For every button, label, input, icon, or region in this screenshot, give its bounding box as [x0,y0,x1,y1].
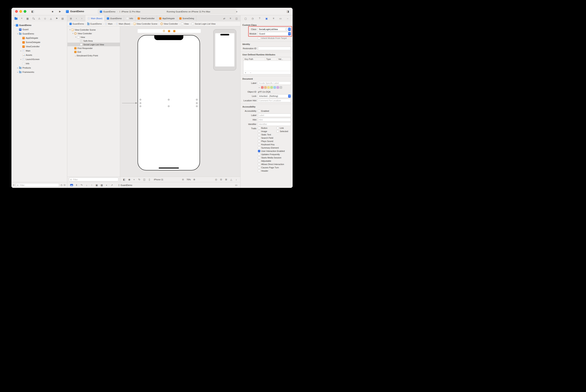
editor-grid-button[interactable]: ⊞ [69,16,73,20]
lock-popup[interactable]: Inherited - (Nothing) ▴▾ [258,94,291,98]
navigator-filter-input[interactable] [19,184,58,186]
trait-checkbox[interactable] [258,130,260,132]
trait-header[interactable]: Header [258,170,268,172]
trait-checkbox[interactable] [258,134,260,136]
recents-filter-button[interactable]: ◷ [61,184,62,186]
trait-search-field[interactable]: Search Field [258,137,273,139]
selection-handle[interactable] [140,106,141,107]
label-color-none-button[interactable]: × [258,86,260,89]
trait-updates-frequently[interactable]: Updates Frequently [258,153,280,156]
trait-checkbox[interactable] [277,127,279,129]
run-destination[interactable]: iPhone 11 Pro Max [122,10,140,13]
step-out-button[interactable]: ↑ [90,183,94,187]
navigator-item-info[interactable]: Info [12,62,67,66]
breadcrumb-item-view-controller[interactable]: View Controller [161,23,178,25]
class-input[interactable] [258,28,285,31]
step-over-button[interactable]: ↷ [80,183,84,187]
trait-checkbox[interactable] [258,160,260,162]
storyboard-entry-arrow[interactable] [122,102,137,104]
size-inspector-button[interactable]: ▭ [278,16,283,20]
add-editor-button[interactable]: ◫ [235,16,239,20]
trait-checkbox[interactable] [258,127,260,129]
update-frames-button[interactable]: ◎ [214,178,218,182]
trait-starts-media-session[interactable]: Starts Media Session [258,156,281,159]
trait-image[interactable]: Image [258,130,277,132]
localizer-hint-input[interactable] [258,99,291,102]
module-popup[interactable]: Guard ▴▾ [258,32,291,36]
connections-inspector-button[interactable]: → [285,16,290,20]
toggle-inspectors-icon[interactable]: ◨ [287,10,289,13]
class-dropdown-icon[interactable]: ▴▾ [288,28,291,31]
zoom-out-button[interactable]: ⊖ [181,178,185,182]
file-inspector-button[interactable]: ▢ [244,16,248,20]
navigator-item-guarddemo[interactable]: ▾GuardDemo [12,32,67,36]
device-preview-thumbnail[interactable] [213,29,236,70]
breadcrumb-item-guarddemo[interactable]: GuardDemo [69,23,84,25]
pause-button[interactable]: ‖ [75,183,79,187]
step-into-button[interactable]: ↓ [85,183,89,187]
show-debug-area-button[interactable]: ▭ [234,183,238,187]
trait-checkbox[interactable] [277,130,279,132]
editor-options-button[interactable]: ≡ [228,16,233,20]
navigator-item-scenedelegate[interactable]: SceneDelegate [12,40,67,44]
trait-checkbox[interactable] [258,143,260,146]
navigator-item-guard[interactable]: Guard [12,27,67,32]
exit-dock-icon[interactable]: ← [173,30,175,32]
back-button[interactable]: ‹ [74,16,79,20]
align-button[interactable]: ⊞ [224,178,228,182]
trait-checkbox[interactable] [258,150,260,152]
disclosure-icon[interactable]: ▸ [20,58,22,60]
label-color-swatch[interactable] [264,86,267,89]
accessibility-hint-input[interactable] [258,118,291,122]
navigator-item-products[interactable]: ▸Products [12,66,67,70]
runtime-attributes-body[interactable] [243,61,291,71]
trait-checkbox[interactable] [258,166,260,169]
close-window-button[interactable] [15,10,18,13]
scm-status-filter-button[interactable]: ⊡ [64,184,66,186]
editor-swap-button[interactable]: ⇄ [222,16,226,20]
outline-item-first-responder[interactable]: First Responder [68,46,120,50]
attr-column-val[interactable]: Val... [277,58,291,60]
outline-item-view[interactable]: ▾View [68,35,120,39]
outline-item-view-controller[interactable]: ▾View Controller [68,32,120,35]
selection-handle[interactable] [140,99,141,100]
navigator-item-appdelegate[interactable]: AppDelegate [12,36,67,40]
issue-navigator-button[interactable]: ⚠ [37,16,42,20]
attr-column-type[interactable]: Type [265,58,277,60]
scheme-selector[interactable]: GuardDemo › ▯ iPhone 11 Pro Max Running … [98,9,236,14]
trait-checkbox[interactable] [258,153,260,156]
split-preview-button[interactable]: ◫ [142,178,147,182]
storyboard-canvas[interactable]: ← [120,26,240,177]
identity-inspector-button[interactable]: ▣ [265,16,269,20]
navigator-item-assets[interactable]: Assets [12,53,67,57]
trait-checkbox[interactable] [258,156,260,159]
trait-adjustable[interactable]: Adjustable [258,160,271,162]
outline-item-storyboard-entry-point[interactable]: →Storyboard Entry Point [68,54,120,57]
memory-graph-button[interactable]: ▦ [100,183,104,187]
navigator-item-viewcontroller[interactable]: ViewController [12,44,67,48]
orientation-button[interactable]: ↻ [137,178,142,182]
minimize-window-button[interactable] [19,10,22,13]
canvas-outline-toggle-button[interactable]: ◧ [122,178,126,182]
accessibility-label-input[interactable] [258,114,291,117]
report-navigator-button[interactable]: ▤ [61,16,65,20]
accessibility-preview-button[interactable]: ◉ [127,178,131,182]
zoom-level[interactable]: 76% [186,178,191,181]
simulate-location-button[interactable]: ↗ [110,183,114,187]
trait-selected[interactable]: Selected [277,130,293,132]
run-button[interactable]: ▶ [59,10,61,13]
selection-handle[interactable] [168,99,169,100]
symbol-navigator-button[interactable]: ▦ [25,16,30,20]
label-color-swatch[interactable] [261,86,264,89]
source-control-navigator-button[interactable]: × [20,16,24,20]
disclosure-icon[interactable]: ▾ [16,33,19,35]
quick-help-inspector-button[interactable]: ? [258,16,262,20]
view-controller-dock-icon[interactable] [163,30,165,32]
breadcrumb-item-main[interactable]: Main [105,23,113,25]
debug-process[interactable]: ⣿ GuardDemo [118,184,132,186]
resolve-layout-button[interactable]: ↓ [234,178,238,182]
disclosure-icon[interactable]: ▸ [20,50,22,52]
jump-to-class-icon[interactable]: → [285,28,288,30]
label-color-swatch[interactable] [273,86,276,89]
trait-checkbox[interactable] [258,146,260,149]
